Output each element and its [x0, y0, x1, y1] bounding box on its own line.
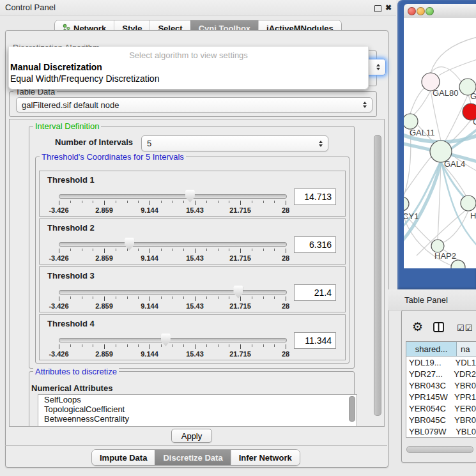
bottom-tabbar: Impute Data Discretize Data Infer Networ… [91, 449, 300, 466]
menu-item-equal-width-frequency[interactable]: Equal Width/Frequency Discretization [10, 73, 159, 84]
attributes-group-title: Attributes to discretize [33, 367, 119, 376]
table-header: shared... na [406, 342, 476, 357]
panel-title: Control Panel [5, 3, 56, 12]
network-node[interactable] [404, 114, 418, 129]
network-node-label: C [473, 117, 476, 127]
settings-scrollbar-thumb[interactable] [374, 135, 381, 416]
tab-impute-data-label: Impute Data [100, 453, 147, 463]
table-row[interactable]: YBR043CYBR0 [406, 380, 476, 391]
settings-scroll-viewport: Interval Definition Number of Intervals … [9, 119, 385, 427]
column-header-name[interactable]: na [457, 342, 476, 356]
network-node[interactable] [461, 196, 476, 211]
number-of-intervals-label: Number of Intervals [55, 137, 133, 147]
combo-stepper-icon [319, 141, 323, 147]
threshold-slider[interactable] [59, 194, 286, 198]
network-node[interactable] [451, 260, 465, 268]
table-row[interactable]: YLR345WYLR3 [406, 437, 476, 438]
table-data-combobox[interactable]: galFiltered.sif default node [16, 97, 372, 112]
threshold-value-field[interactable] [294, 332, 336, 349]
checkbox-icons[interactable]: ☑☑ [457, 323, 473, 333]
network-node-label: HAP2 [434, 251, 456, 261]
tab-infer-network[interactable]: Infer Network [231, 450, 300, 465]
tick-labels: -3.4262.8599.14415.4321.71528 [59, 206, 286, 214]
slider-track [59, 290, 287, 295]
algorithm-dropdown-popup: Select algorithm to view settings Manual… [8, 47, 369, 89]
close-icon[interactable]: ✖ [385, 3, 392, 12]
algorithm-prompt: Select algorithm to view settings [9, 50, 368, 60]
numerical-attributes-title: Numerical Attributes [31, 383, 112, 393]
table-panel-titlebar: Table Panel [388, 289, 476, 311]
table-row[interactable]: YER054CYER0 [406, 403, 476, 414]
tab-discretize-data[interactable]: Discretize Data [155, 450, 230, 465]
network-node-label: GAL80 [433, 88, 458, 98]
tab-discretize-data-label: Discretize Data [163, 453, 222, 463]
threshold-value-field[interactable] [294, 188, 336, 205]
network-node-label: GA [470, 91, 476, 101]
node-table[interactable]: shared... na YDL19...YDL1YDR27...YDR2YBR… [406, 341, 476, 438]
tick-labels: -3.4262.8599.14415.4321.71528 [59, 350, 286, 358]
threshold-label: Threshold 1 [47, 175, 95, 185]
threshold-slider[interactable] [59, 338, 286, 342]
threshold-row: Threshold 1 -3.4262.8599.14415.4321.7152… [39, 171, 346, 217]
tab-infer-network-label: Infer Network [239, 453, 292, 463]
network-node[interactable] [404, 197, 409, 211]
tab-impute-data[interactable]: Impute Data [92, 450, 155, 465]
float-window-icon[interactable] [374, 5, 381, 12]
table-panel-toolbar: ⚙ ☑☑ [402, 311, 476, 341]
network-node-label: GAL11 [410, 128, 435, 137]
network-node-label: H [470, 211, 476, 220]
threshold-row: Threshold 4 -3.4262.8599.14415.4321.7152… [39, 314, 346, 360]
table-panel-title: Table Panel [404, 295, 448, 305]
threshold-row: Threshold 3 -3.4262.8599.14415.4321.7152… [39, 266, 346, 312]
list-scrollbar-thumb[interactable] [349, 396, 355, 422]
threshold-slider[interactable] [59, 290, 286, 294]
network-canvas-svg: GAL80GACGAL11GAL4GCY1HHAP2 [404, 18, 476, 268]
thresholds-group-title: Threshold's Coordinates for 5 Intervals [40, 152, 186, 162]
threshold-value-field[interactable] [294, 236, 336, 253]
tick-row [59, 249, 286, 254]
close-traffic-light-icon[interactable] [408, 7, 416, 15]
table-body: YDL19...YDL1YDR27...YDR2YBR043CYBR0YPR14… [406, 357, 476, 438]
network-node[interactable] [431, 240, 444, 252]
interval-definition-group-title: Interval Definition [33, 121, 101, 131]
table-row[interactable]: YBR045CYBR0 [406, 414, 476, 426]
column-header-shared[interactable]: shared... [406, 342, 457, 356]
threshold-value-field[interactable] [294, 284, 336, 301]
threshold-row: Threshold 2 -3.4262.8599.14415.4321.7152… [39, 219, 346, 265]
network-window: GAL80GACGAL11GAL4GCY1HHAP2 [397, 0, 476, 289]
combo-stepper-icon [363, 102, 367, 108]
panel-titlebar: Control Panel ✖ [0, 0, 396, 16]
number-of-intervals-combobox[interactable]: 5 [141, 135, 328, 151]
table-row[interactable]: YBL079WYBL0 [406, 426, 476, 437]
columns-icon[interactable] [433, 322, 444, 335]
number-of-intervals-value: 5 [147, 139, 151, 148]
minimize-traffic-light-icon[interactable] [417, 7, 425, 15]
list-item[interactable]: SelfLoops [38, 395, 357, 404]
table-hscrollbar-thumb[interactable] [406, 446, 473, 453]
threshold-label: Threshold 2 [47, 223, 95, 233]
gear-icon[interactable]: ⚙ [412, 321, 423, 333]
table-row[interactable]: YDR27...YDR2 [406, 368, 476, 380]
table-data-group: Table Data galFiltered.sif default node [9, 91, 377, 117]
table-row[interactable]: YPR145WYPR1 [406, 391, 476, 403]
slider-track [59, 242, 287, 247]
tick-labels: -3.4262.8599.14415.4321.71528 [59, 254, 286, 262]
network-window-titlebar[interactable] [404, 4, 476, 19]
list-item[interactable]: TopologicalCoefficient [38, 404, 357, 414]
numerical-attributes-list[interactable]: SelfLoopsTopologicalCoefficientBetweenne… [38, 394, 357, 427]
table-row[interactable]: YDL19...YDL1 [406, 357, 476, 368]
slider-track [59, 338, 287, 342]
menu-item-manual-discretization[interactable]: Manual Discretization [10, 62, 102, 72]
list-item[interactable]: BetweennessCentrality [38, 414, 357, 424]
table-panel: ⚙ ☑☑ shared... na YDL19...YDL1YDR27...YD… [401, 310, 476, 463]
tick-labels: -3.4262.8599.14415.4321.71528 [59, 302, 286, 310]
threshold-label: Threshold 4 [47, 319, 95, 328]
threshold-slider[interactable] [59, 242, 286, 246]
slider-track [59, 194, 287, 199]
tick-row [59, 344, 286, 349]
network-canvas[interactable]: GAL80GACGAL11GAL4GCY1HHAP2 [404, 18, 476, 268]
zoom-traffic-light-icon[interactable] [426, 7, 434, 15]
combo-stepper-icon [376, 64, 380, 70]
apply-button[interactable]: Apply [171, 429, 212, 443]
tick-row [59, 201, 286, 206]
